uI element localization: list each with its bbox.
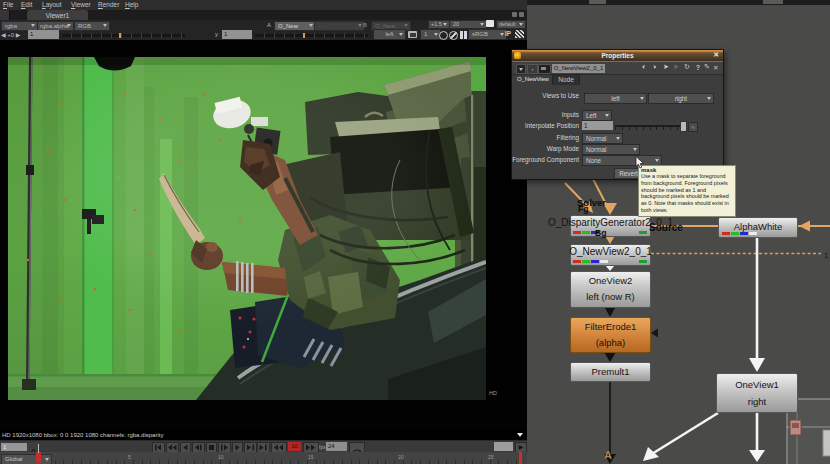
svg-text:A: A <box>604 449 612 461</box>
svg-text:1: 1 <box>824 251 829 260</box>
